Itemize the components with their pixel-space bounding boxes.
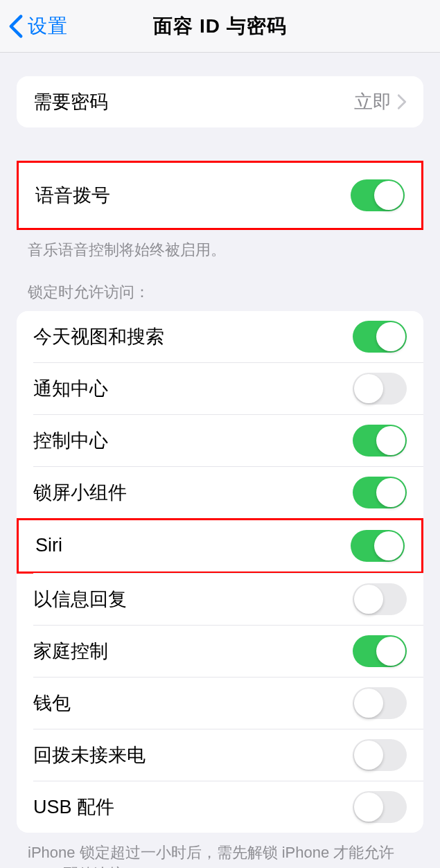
lock-access-label: Siri (35, 535, 351, 556)
lock-access-row: 钱包 (17, 677, 423, 729)
lock-access-label: 控制中心 (33, 428, 353, 453)
nav-bar: 设置 面容 ID 与密码 (0, 0, 440, 53)
lock-access-row: 控制中心 (17, 415, 423, 466)
lock-access-toggle[interactable] (353, 425, 407, 457)
lock-access-row: 通知中心 (17, 363, 423, 414)
chevron-left-icon (8, 14, 24, 39)
require-passcode-row[interactable]: 需要密码 立即 (17, 76, 423, 127)
lock-access-row: 回拨未接来电 (17, 729, 423, 781)
lock-access-label: 锁屏小组件 (33, 480, 353, 505)
lock-access-row: USB 配件 (17, 781, 423, 833)
lock-access-toggle[interactable] (353, 687, 407, 719)
lock-access-label: USB 配件 (33, 795, 353, 820)
lock-access-row: 以信息回复 (17, 574, 423, 625)
voice-dial-label: 语音拨号 (35, 183, 351, 208)
chevron-right-icon (397, 94, 407, 110)
voice-dial-footer: 音乐语音控制将始终被启用。 (0, 230, 440, 261)
lock-access-row: 家庭控制 (17, 626, 423, 677)
lock-access-toggle[interactable] (351, 530, 405, 562)
lock-access-label: 以信息回复 (33, 587, 353, 612)
lock-access-toggle[interactable] (353, 373, 407, 405)
lock-access-toggle[interactable] (353, 583, 407, 615)
voice-dial-toggle[interactable] (351, 179, 405, 211)
require-passcode-group: 需要密码 立即 (17, 76, 423, 127)
lock-access-row: Siri (19, 520, 421, 572)
lock-access-group: 今天视图和搜索通知中心控制中心锁屏小组件Siri以信息回复家庭控制钱包回拨未接来… (17, 311, 423, 833)
voice-dial-row: 语音拨号 (19, 163, 421, 228)
voice-dial-group: 语音拨号 (17, 161, 423, 230)
require-passcode-value: 立即 (354, 89, 391, 114)
lock-access-label: 家庭控制 (33, 639, 353, 664)
back-button[interactable]: 设置 (0, 13, 68, 39)
lock-access-toggle[interactable] (353, 791, 407, 823)
siri-highlight: Siri (17, 518, 423, 574)
lock-access-label: 回拨未接来电 (33, 743, 353, 768)
lock-access-toggle[interactable] (353, 321, 407, 353)
lock-access-label: 通知中心 (33, 376, 353, 401)
lock-access-header: 锁定时允许访问： (0, 261, 440, 311)
lock-access-row: 今天视图和搜索 (17, 311, 423, 362)
lock-access-toggle[interactable] (353, 477, 407, 508)
lock-access-label: 今天视图和搜索 (33, 324, 353, 349)
require-passcode-label: 需要密码 (33, 89, 354, 114)
lock-access-label: 钱包 (33, 691, 353, 716)
lock-access-toggle[interactable] (353, 635, 407, 667)
back-label: 设置 (28, 13, 68, 39)
lock-access-toggle[interactable] (353, 739, 407, 771)
lock-access-footer: iPhone 锁定超过一小时后，需先解锁 iPhone 才能允许USB 配件连接… (0, 833, 440, 868)
lock-access-row: 锁屏小组件 (17, 467, 423, 518)
